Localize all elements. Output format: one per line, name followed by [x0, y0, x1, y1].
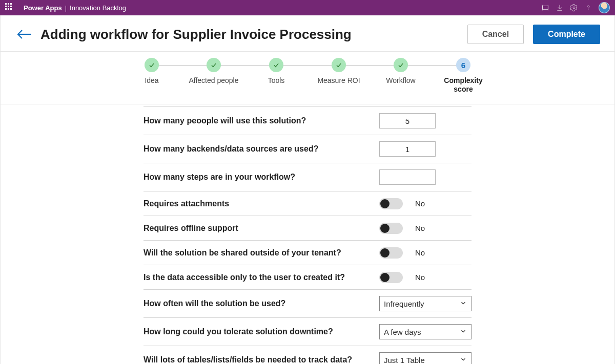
question-label: How many backends/data sources are used? [144, 144, 379, 154]
question-label: How many steps are in your workflow? [144, 173, 379, 182]
question-label: How often will the solution be used? [144, 299, 379, 308]
data-access-toggle[interactable] [379, 272, 403, 283]
chevron-down-icon [460, 328, 467, 336]
toggle-value-label: No [415, 273, 425, 282]
step-complexity-score[interactable]: 6 Complexity score [436, 58, 490, 94]
help-icon[interactable] [581, 1, 596, 15]
check-icon [332, 58, 346, 72]
step-number-badge: 6 [456, 58, 470, 72]
step-workflow[interactable]: Workflow [374, 58, 428, 85]
question-label: Requires attachments [144, 199, 379, 208]
brand-divider: | [65, 4, 67, 12]
row-requires-attachments: Requires attachments No [144, 191, 471, 216]
offline-toggle[interactable] [379, 223, 403, 234]
check-icon [145, 58, 159, 72]
attachments-toggle[interactable] [379, 198, 403, 209]
app-topbar: Power Apps | Innovation Backlog [0, 0, 615, 15]
question-label: Will lots of tables/lists/fields be need… [144, 355, 379, 364]
row-shared-outside-tenant: Will the solution be shared outside of y… [144, 240, 471, 265]
complexity-form: How many peoople will use this solution?… [144, 106, 471, 364]
download-icon[interactable] [552, 1, 567, 15]
step-measure-roi[interactable]: Measure ROI [312, 58, 366, 85]
chevron-down-icon [460, 356, 467, 365]
question-label: Will the solution be shared outside of y… [144, 248, 379, 258]
row-people-count: How many peoople will use this solution? [144, 106, 471, 135]
backends-count-input[interactable] [379, 141, 436, 157]
row-tables-needed: Will lots of tables/lists/fields be need… [144, 346, 471, 364]
question-label: Is the data accessible only to the user … [144, 273, 379, 282]
page-title: Adding workflow for Supplier Invoice Pro… [40, 27, 352, 42]
select-value: Infrequently [384, 299, 424, 308]
shared-toggle[interactable] [379, 247, 403, 259]
people-count-input[interactable] [379, 113, 436, 129]
app-launcher-icon[interactable] [5, 3, 14, 12]
select-value: A few days [384, 328, 421, 336]
question-label: How many peoople will use this solution? [144, 116, 379, 125]
workflow-steps-input[interactable] [379, 169, 436, 185]
user-avatar[interactable] [599, 2, 610, 13]
complete-button[interactable]: Complete [533, 25, 600, 44]
app-name-label: Innovation Backlog [70, 4, 126, 12]
cancel-button[interactable]: Cancel [467, 25, 524, 44]
step-label: Complexity score [436, 76, 490, 94]
svg-point-5 [573, 7, 575, 9]
row-data-accessible-creator: Is the data accessible only to the user … [144, 265, 471, 289]
step-tools[interactable]: Tools [249, 58, 303, 85]
step-idea[interactable]: Idea [125, 58, 179, 85]
downtime-select[interactable]: A few days [379, 324, 471, 339]
select-value: Just 1 Table [384, 356, 425, 365]
row-usage-frequency: How often will the solution be used? Inf… [144, 289, 471, 317]
row-downtime-tolerance: How long could you tolerate solution dow… [144, 317, 471, 346]
row-requires-offline: Requires offline support No [144, 216, 471, 240]
page-header: Adding workflow for Supplier Invoice Pro… [1, 15, 614, 52]
settings-gear-icon[interactable] [567, 1, 581, 15]
question-label: Requires offline support [144, 224, 379, 233]
toggle-value-label: No [415, 199, 425, 208]
check-icon [207, 58, 221, 72]
step-label: Affected people [187, 76, 241, 85]
svg-point-6 [588, 9, 588, 10]
svg-rect-0 [543, 6, 548, 10]
step-label: Measure ROI [312, 76, 366, 85]
step-label: Workflow [374, 76, 428, 85]
back-arrow-icon[interactable] [15, 25, 33, 44]
row-workflow-steps: How many steps are in your workflow? [144, 163, 471, 191]
question-label: How long could you tolerate solution dow… [144, 327, 379, 336]
check-icon [269, 58, 283, 72]
brand-label: Power Apps [24, 4, 62, 12]
wizard-stepper: Idea Affected people Tools Measure ROI W… [144, 58, 471, 99]
toggle-value-label: No [415, 224, 425, 232]
step-affected-people[interactable]: Affected people [187, 58, 241, 85]
row-backends-count: How many backends/data sources are used? [144, 135, 471, 163]
tables-select[interactable]: Just 1 Table [379, 352, 471, 364]
frequency-select[interactable]: Infrequently [379, 296, 471, 311]
chevron-down-icon [460, 299, 467, 308]
check-icon [394, 58, 408, 72]
toggle-value-label: No [415, 248, 425, 257]
step-label: Tools [249, 76, 303, 85]
fit-to-screen-icon[interactable] [538, 1, 552, 15]
step-label: Idea [125, 76, 179, 85]
